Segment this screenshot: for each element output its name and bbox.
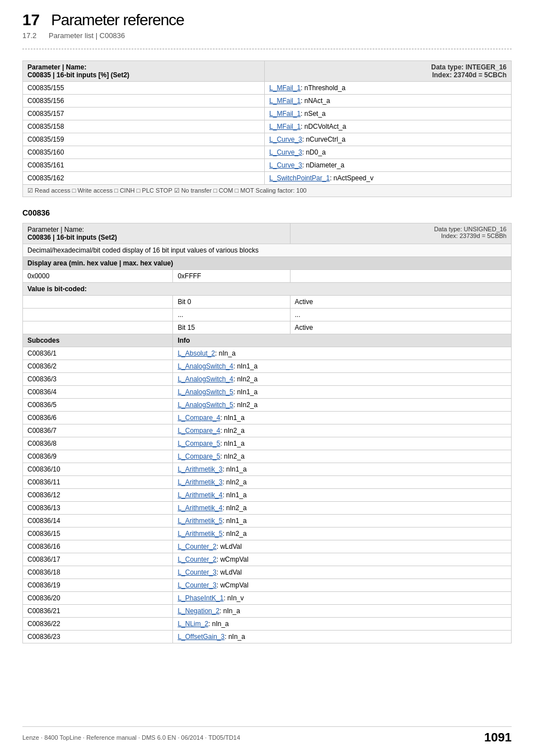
divider [22, 49, 512, 49]
table-row: C00836/7L_Compare_4: nIn2_a [23, 424, 512, 437]
c00836-info: L_Arithmetik_3: nIn2_a [173, 476, 512, 489]
info-link[interactable]: L_SwitchPointPar_1 [269, 174, 330, 182]
bit-label [23, 296, 173, 309]
info-link[interactable]: L_MFail_1 [269, 84, 301, 92]
c00836-display-max: 0xFFFF [173, 270, 290, 283]
table-row: C00836/11L_Arithmetik_3: nIn2_a [23, 476, 512, 489]
chapter-title: Parameter reference [51, 11, 184, 29]
info-link[interactable]: L_Counter_3 [177, 581, 216, 589]
info-link[interactable]: L_Arithmetik_5 [177, 530, 222, 538]
c00836-subcode: C00836/17 [23, 553, 173, 566]
c00835-code: C00835/157 [23, 108, 265, 120]
c00835-footer: ☑ Read access □ Write access □ CINH □ PL… [23, 185, 512, 197]
info-link[interactable]: L_Arithmetik_4 [177, 491, 222, 499]
table-row: C00836/15L_Arithmetik_5: nIn2_a [23, 528, 512, 540]
c00835-footer-row: ☑ Read access □ Write access □ CINH □ PL… [23, 185, 512, 197]
table-row: C00835/161L_Curve_3: nDiameter_a [23, 159, 512, 172]
c00836-subcode: C00836/11 [23, 476, 173, 489]
bit-number: Bit 0 [173, 296, 290, 309]
info-link[interactable]: L_Counter_2 [177, 543, 216, 550]
table-row: C00836/18L_Counter_3: wLdVal [23, 566, 512, 579]
bit-value: Active [290, 296, 511, 309]
c00836-info: L_Absolut_2: nIn_a [173, 347, 512, 360]
c00835-header-row: Parameter | Name: C00835 | 16-bit inputs… [23, 61, 512, 82]
c00835-code: C00835/161 [23, 159, 265, 172]
info-link[interactable]: L_Compare_4 [177, 414, 220, 422]
c00836-subcodes-header-row: Subcodes Info [23, 334, 512, 347]
info-link[interactable]: L_AnalogSwitch_4 [177, 375, 233, 383]
info-link[interactable]: L_Curve_3 [269, 136, 302, 143]
info-link[interactable]: L_Absolut_2 [177, 349, 215, 357]
c00836-info: L_PhaseIntK_1: nIn_v [173, 592, 512, 605]
c00836-subcode: C00836/22 [23, 618, 173, 631]
info-link[interactable]: L_Counter_2 [177, 556, 216, 563]
info-link[interactable]: L_Compare_5 [177, 452, 220, 460]
table-row: C00836/21L_Negation_2: nIn_a [23, 605, 512, 618]
info-link[interactable]: L_AnalogSwitch_5 [177, 401, 233, 409]
footer-text: Lenze · 8400 TopLine · Reference manual … [22, 734, 240, 741]
table-row: C00836/5L_AnalogSwitch_5: nIn2_a [23, 399, 512, 412]
c00836-info: L_Counter_2: wCmpVal [173, 553, 512, 566]
c00836-info: L_Arithmetik_3: nIn1_a [173, 463, 512, 476]
c00836-subcode: C00836/14 [23, 515, 173, 528]
c00835-code: C00835/156 [23, 95, 265, 108]
c00836-subcode: C00836/18 [23, 566, 173, 579]
info-link[interactable]: L_Arithmetik_3 [177, 478, 222, 486]
info-link[interactable]: L_Curve_3 [269, 148, 302, 156]
c00835-info: L_MFail_1: nSet_a [265, 108, 512, 120]
info-link[interactable]: L_AnalogSwitch_5 [177, 388, 233, 396]
info-link[interactable]: L_Counter_3 [177, 568, 216, 576]
c00836-description-row: Decimal/hexadecimal/bit coded display of… [23, 244, 512, 257]
c00836-subcode: C00836/7 [23, 424, 173, 437]
table-row: C00836/16L_Counter_2: wLdVal [23, 540, 512, 553]
info-link[interactable]: L_NLim_2 [177, 620, 208, 628]
bit-row: ...... [23, 309, 512, 321]
c00835-info: L_Curve_3: nDiameter_a [265, 159, 512, 172]
info-link[interactable]: L_Compare_5 [177, 440, 220, 447]
table-row: C00836/10L_Arithmetik_3: nIn1_a [23, 463, 512, 476]
c00836-info: L_Counter_3: wLdVal [173, 566, 512, 579]
info-link[interactable]: L_Arithmetik_4 [177, 504, 222, 512]
table-row: C00836/3L_AnalogSwitch_4: nIn2_a [23, 373, 512, 386]
c00836-display-area-row: 0x0000 0xFFFF [23, 270, 512, 283]
bit-row: Bit 0Active [23, 296, 512, 309]
c00836-subcodes-header: Subcodes [23, 334, 173, 347]
page-footer: Lenze · 8400 TopLine · Reference manual … [22, 726, 512, 745]
table-row: C00835/158L_MFail_1: nDCVoltAct_a [23, 120, 512, 133]
info-link[interactable]: L_MFail_1 [269, 110, 301, 118]
c00836-info: L_AnalogSwitch_4: nIn1_a [173, 360, 512, 373]
c00836-info-header: Info [173, 334, 512, 347]
bit-row: Bit 15Active [23, 321, 512, 334]
info-link[interactable]: L_Curve_3 [269, 161, 302, 169]
info-link[interactable]: L_Arithmetik_3 [177, 465, 222, 473]
section-number: 17.2 [22, 31, 36, 40]
c00835-param-name: Parameter | Name: C00835 | 16-bit inputs… [23, 61, 265, 82]
table-row: C00835/160L_Curve_3: nD0_a [23, 146, 512, 159]
c00836-info: L_Compare_4: nIn2_a [173, 424, 512, 437]
info-link[interactable]: L_Negation_2 [177, 607, 219, 615]
info-link[interactable]: L_Arithmetik_5 [177, 517, 222, 525]
table-row: C00836/12L_Arithmetik_4: nIn1_a [23, 489, 512, 502]
c00835-info: L_SwitchPointPar_1: nActSpeed_v [265, 172, 512, 185]
info-link[interactable]: L_Compare_4 [177, 427, 220, 435]
c00835-table: Parameter | Name: C00835 | 16-bit inputs… [22, 60, 512, 197]
table-row: C00835/157L_MFail_1: nSet_a [23, 108, 512, 120]
c00836-subcode: C00836/19 [23, 579, 173, 592]
info-link[interactable]: L_PhaseIntK_1 [177, 594, 223, 602]
info-link[interactable]: L_MFail_1 [269, 123, 301, 130]
table-row: C00836/23L_OffsetGain_3: nIn_a [23, 631, 512, 643]
c00835-info: L_MFail_1: nDCVoltAct_a [265, 120, 512, 133]
c00836-display-area-label: Display area (min. hex value | max. hex … [23, 257, 512, 270]
table-row: C00836/19L_Counter_3: wCmpVal [23, 579, 512, 592]
info-link[interactable]: L_AnalogSwitch_4 [177, 362, 233, 370]
table-row: C00835/162L_SwitchPointPar_1: nActSpeed_… [23, 172, 512, 185]
info-link[interactable]: L_OffsetGain_3 [177, 633, 224, 641]
info-link[interactable]: L_MFail_1 [269, 97, 301, 105]
table-row: C00836/14L_Arithmetik_5: nIn1_a [23, 515, 512, 528]
c00836-info: L_Counter_2: wLdVal [173, 540, 512, 553]
c00836-info: L_Counter_3: wCmpVal [173, 579, 512, 592]
c00836-subcode: C00836/15 [23, 528, 173, 540]
chapter-number: 17 [22, 11, 40, 29]
table-row: C00836/6L_Compare_4: nIn1_a [23, 412, 512, 424]
bit-value: ... [290, 309, 511, 321]
